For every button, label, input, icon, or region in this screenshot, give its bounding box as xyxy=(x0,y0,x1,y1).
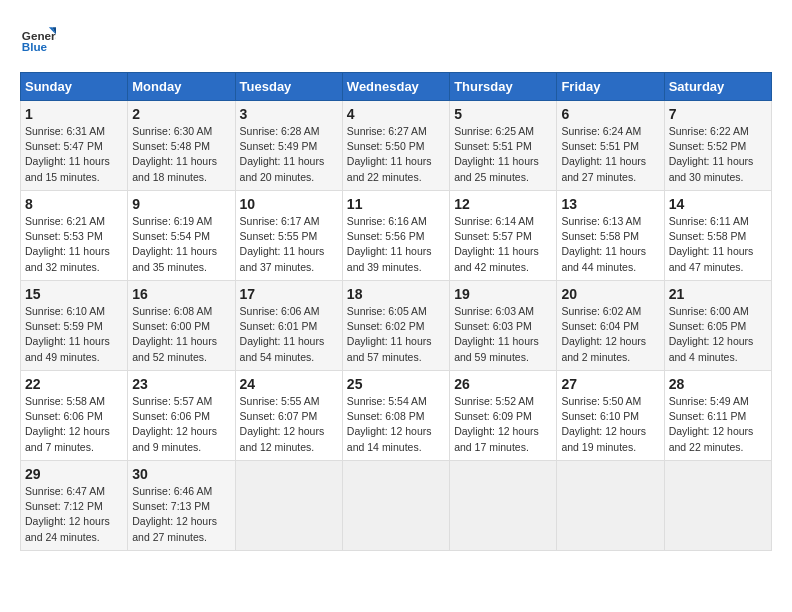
day-info: Sunrise: 6:06 AM Sunset: 6:01 PM Dayligh… xyxy=(240,304,338,365)
calendar-cell: 26Sunrise: 5:52 AM Sunset: 6:09 PM Dayli… xyxy=(450,371,557,461)
day-info: Sunrise: 6:11 AM Sunset: 5:58 PM Dayligh… xyxy=(669,214,767,275)
day-number: 9 xyxy=(132,196,230,212)
day-number: 18 xyxy=(347,286,445,302)
day-info: Sunrise: 6:46 AM Sunset: 7:13 PM Dayligh… xyxy=(132,484,230,545)
day-info: Sunrise: 6:31 AM Sunset: 5:47 PM Dayligh… xyxy=(25,124,123,185)
calendar-cell: 4Sunrise: 6:27 AM Sunset: 5:50 PM Daylig… xyxy=(342,101,449,191)
day-info: Sunrise: 6:02 AM Sunset: 6:04 PM Dayligh… xyxy=(561,304,659,365)
calendar-cell: 20Sunrise: 6:02 AM Sunset: 6:04 PM Dayli… xyxy=(557,281,664,371)
week-row-1: 1Sunrise: 6:31 AM Sunset: 5:47 PM Daylig… xyxy=(21,101,772,191)
day-number: 23 xyxy=(132,376,230,392)
weekday-header-monday: Monday xyxy=(128,73,235,101)
calendar-cell: 21Sunrise: 6:00 AM Sunset: 6:05 PM Dayli… xyxy=(664,281,771,371)
calendar-cell: 30Sunrise: 6:46 AM Sunset: 7:13 PM Dayli… xyxy=(128,461,235,551)
calendar-table: SundayMondayTuesdayWednesdayThursdayFrid… xyxy=(20,72,772,551)
day-info: Sunrise: 6:14 AM Sunset: 5:57 PM Dayligh… xyxy=(454,214,552,275)
day-info: Sunrise: 6:47 AM Sunset: 7:12 PM Dayligh… xyxy=(25,484,123,545)
calendar-cell: 29Sunrise: 6:47 AM Sunset: 7:12 PM Dayli… xyxy=(21,461,128,551)
day-info: Sunrise: 6:17 AM Sunset: 5:55 PM Dayligh… xyxy=(240,214,338,275)
day-number: 17 xyxy=(240,286,338,302)
day-number: 28 xyxy=(669,376,767,392)
day-number: 1 xyxy=(25,106,123,122)
calendar-cell xyxy=(450,461,557,551)
weekday-header-row: SundayMondayTuesdayWednesdayThursdayFrid… xyxy=(21,73,772,101)
day-info: Sunrise: 6:19 AM Sunset: 5:54 PM Dayligh… xyxy=(132,214,230,275)
calendar-cell xyxy=(342,461,449,551)
day-number: 30 xyxy=(132,466,230,482)
day-info: Sunrise: 6:30 AM Sunset: 5:48 PM Dayligh… xyxy=(132,124,230,185)
svg-text:Blue: Blue xyxy=(22,40,48,53)
calendar-cell: 12Sunrise: 6:14 AM Sunset: 5:57 PM Dayli… xyxy=(450,191,557,281)
calendar-cell: 24Sunrise: 5:55 AM Sunset: 6:07 PM Dayli… xyxy=(235,371,342,461)
calendar-cell: 28Sunrise: 5:49 AM Sunset: 6:11 PM Dayli… xyxy=(664,371,771,461)
day-info: Sunrise: 6:25 AM Sunset: 5:51 PM Dayligh… xyxy=(454,124,552,185)
calendar-cell xyxy=(557,461,664,551)
calendar-cell xyxy=(235,461,342,551)
day-number: 13 xyxy=(561,196,659,212)
calendar-cell: 23Sunrise: 5:57 AM Sunset: 6:06 PM Dayli… xyxy=(128,371,235,461)
calendar-cell: 27Sunrise: 5:50 AM Sunset: 6:10 PM Dayli… xyxy=(557,371,664,461)
calendar-cell: 14Sunrise: 6:11 AM Sunset: 5:58 PM Dayli… xyxy=(664,191,771,281)
day-number: 5 xyxy=(454,106,552,122)
calendar-cell: 6Sunrise: 6:24 AM Sunset: 5:51 PM Daylig… xyxy=(557,101,664,191)
day-info: Sunrise: 6:27 AM Sunset: 5:50 PM Dayligh… xyxy=(347,124,445,185)
day-number: 19 xyxy=(454,286,552,302)
calendar-cell: 18Sunrise: 6:05 AM Sunset: 6:02 PM Dayli… xyxy=(342,281,449,371)
calendar-cell: 7Sunrise: 6:22 AM Sunset: 5:52 PM Daylig… xyxy=(664,101,771,191)
day-number: 2 xyxy=(132,106,230,122)
day-info: Sunrise: 6:21 AM Sunset: 5:53 PM Dayligh… xyxy=(25,214,123,275)
day-info: Sunrise: 6:24 AM Sunset: 5:51 PM Dayligh… xyxy=(561,124,659,185)
day-info: Sunrise: 5:54 AM Sunset: 6:08 PM Dayligh… xyxy=(347,394,445,455)
day-info: Sunrise: 6:08 AM Sunset: 6:00 PM Dayligh… xyxy=(132,304,230,365)
day-number: 10 xyxy=(240,196,338,212)
day-info: Sunrise: 6:28 AM Sunset: 5:49 PM Dayligh… xyxy=(240,124,338,185)
day-info: Sunrise: 6:03 AM Sunset: 6:03 PM Dayligh… xyxy=(454,304,552,365)
day-info: Sunrise: 5:49 AM Sunset: 6:11 PM Dayligh… xyxy=(669,394,767,455)
weekday-header-sunday: Sunday xyxy=(21,73,128,101)
day-number: 21 xyxy=(669,286,767,302)
calendar-cell: 5Sunrise: 6:25 AM Sunset: 5:51 PM Daylig… xyxy=(450,101,557,191)
calendar-cell: 11Sunrise: 6:16 AM Sunset: 5:56 PM Dayli… xyxy=(342,191,449,281)
calendar-cell: 15Sunrise: 6:10 AM Sunset: 5:59 PM Dayli… xyxy=(21,281,128,371)
day-number: 15 xyxy=(25,286,123,302)
day-number: 16 xyxy=(132,286,230,302)
calendar-cell: 22Sunrise: 5:58 AM Sunset: 6:06 PM Dayli… xyxy=(21,371,128,461)
day-number: 11 xyxy=(347,196,445,212)
day-number: 25 xyxy=(347,376,445,392)
week-row-5: 29Sunrise: 6:47 AM Sunset: 7:12 PM Dayli… xyxy=(21,461,772,551)
calendar-cell: 17Sunrise: 6:06 AM Sunset: 6:01 PM Dayli… xyxy=(235,281,342,371)
calendar-cell: 13Sunrise: 6:13 AM Sunset: 5:58 PM Dayli… xyxy=(557,191,664,281)
day-info: Sunrise: 5:57 AM Sunset: 6:06 PM Dayligh… xyxy=(132,394,230,455)
day-info: Sunrise: 5:52 AM Sunset: 6:09 PM Dayligh… xyxy=(454,394,552,455)
weekday-header-tuesday: Tuesday xyxy=(235,73,342,101)
day-number: 20 xyxy=(561,286,659,302)
calendar-cell: 8Sunrise: 6:21 AM Sunset: 5:53 PM Daylig… xyxy=(21,191,128,281)
week-row-4: 22Sunrise: 5:58 AM Sunset: 6:06 PM Dayli… xyxy=(21,371,772,461)
day-number: 27 xyxy=(561,376,659,392)
calendar-cell: 16Sunrise: 6:08 AM Sunset: 6:00 PM Dayli… xyxy=(128,281,235,371)
day-info: Sunrise: 5:55 AM Sunset: 6:07 PM Dayligh… xyxy=(240,394,338,455)
calendar-cell: 3Sunrise: 6:28 AM Sunset: 5:49 PM Daylig… xyxy=(235,101,342,191)
day-number: 26 xyxy=(454,376,552,392)
day-number: 3 xyxy=(240,106,338,122)
day-info: Sunrise: 5:50 AM Sunset: 6:10 PM Dayligh… xyxy=(561,394,659,455)
calendar-cell: 9Sunrise: 6:19 AM Sunset: 5:54 PM Daylig… xyxy=(128,191,235,281)
page-header: General Blue xyxy=(20,20,772,56)
weekday-header-thursday: Thursday xyxy=(450,73,557,101)
day-info: Sunrise: 6:00 AM Sunset: 6:05 PM Dayligh… xyxy=(669,304,767,365)
calendar-cell xyxy=(664,461,771,551)
day-info: Sunrise: 5:58 AM Sunset: 6:06 PM Dayligh… xyxy=(25,394,123,455)
calendar-cell: 25Sunrise: 5:54 AM Sunset: 6:08 PM Dayli… xyxy=(342,371,449,461)
calendar-cell: 19Sunrise: 6:03 AM Sunset: 6:03 PM Dayli… xyxy=(450,281,557,371)
day-number: 4 xyxy=(347,106,445,122)
calendar-cell: 1Sunrise: 6:31 AM Sunset: 5:47 PM Daylig… xyxy=(21,101,128,191)
day-info: Sunrise: 6:10 AM Sunset: 5:59 PM Dayligh… xyxy=(25,304,123,365)
week-row-3: 15Sunrise: 6:10 AM Sunset: 5:59 PM Dayli… xyxy=(21,281,772,371)
day-number: 7 xyxy=(669,106,767,122)
day-info: Sunrise: 6:16 AM Sunset: 5:56 PM Dayligh… xyxy=(347,214,445,275)
day-number: 6 xyxy=(561,106,659,122)
logo-icon: General Blue xyxy=(20,20,56,56)
day-number: 8 xyxy=(25,196,123,212)
day-info: Sunrise: 6:13 AM Sunset: 5:58 PM Dayligh… xyxy=(561,214,659,275)
logo: General Blue xyxy=(20,20,60,56)
